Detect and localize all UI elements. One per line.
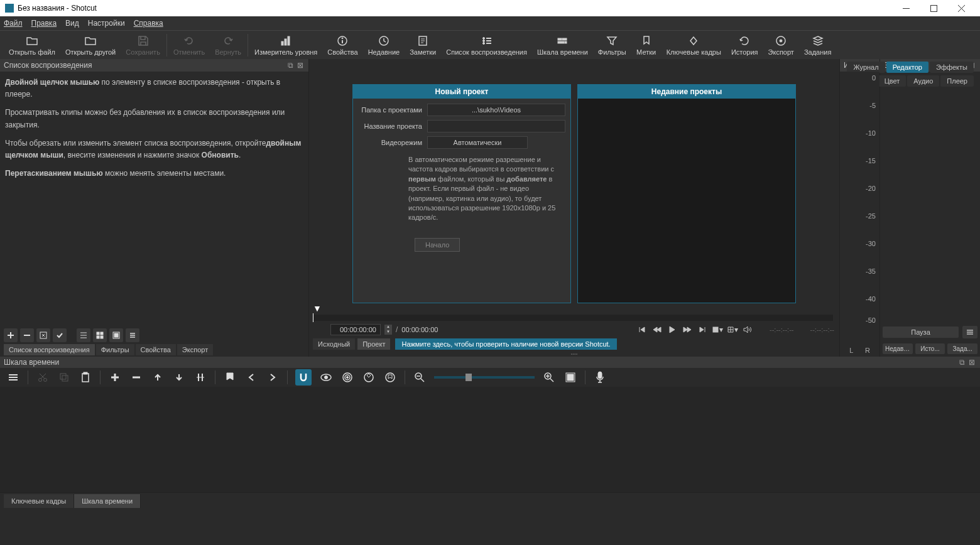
timeline-button[interactable]: Шкала времени — [532, 33, 593, 57]
new-project-box: Новый проект Папка с проектами ...\sukho… — [352, 84, 571, 303]
volume-button[interactable] — [742, 324, 753, 335]
grid-button[interactable]: ▾ — [727, 324, 738, 335]
ripple-button[interactable] — [340, 370, 354, 384]
window-titlebar: Без названия - Shotcut — [0, 0, 980, 16]
update-notification[interactable]: Нажмите здесь, чтобы проверить наличие н… — [395, 338, 616, 350]
drag-handle[interactable]: •••• — [309, 351, 839, 357]
zoom-slider[interactable] — [434, 376, 535, 379]
properties-tab[interactable]: Свойства — [136, 344, 176, 355]
record-audio-button[interactable] — [593, 370, 607, 384]
video-mode-select[interactable]: Автоматически — [427, 136, 528, 149]
undo-button[interactable]: Отменить — [168, 33, 210, 57]
jobs-menu-button[interactable] — [962, 326, 977, 338]
filters-button[interactable]: Фильтры — [593, 33, 631, 57]
maximize-button[interactable] — [920, 0, 947, 16]
close-button[interactable] — [947, 0, 975, 16]
project-tab[interactable]: Проект — [357, 338, 390, 350]
export-tab[interactable]: Экспорт — [177, 344, 213, 355]
zoom-button[interactable]: ▾ — [712, 324, 723, 335]
playlist-button[interactable]: Список воспроизведения — [441, 33, 532, 57]
playlist-help-text: Двойной щелчок мышью по элементу в списк… — [0, 72, 308, 328]
menu-view[interactable]: Вид — [65, 19, 79, 28]
close-panel-icon[interactable]: ⊠ — [967, 358, 976, 367]
tab-audio[interactable]: Аудио — [907, 75, 939, 87]
filters-tab[interactable]: Фильтры — [96, 344, 134, 355]
update-button[interactable] — [36, 328, 50, 342]
snap-button[interactable] — [295, 369, 312, 386]
svg-point-17 — [482, 40, 484, 41]
add-button[interactable] — [4, 328, 18, 342]
jobs-tab-button[interactable]: Зада... — [947, 343, 977, 354]
undock-icon[interactable]: ⧉ — [957, 358, 966, 367]
peak-meter-button[interactable]: Измеритель уровня — [249, 33, 322, 57]
tab-player[interactable]: Плеер — [940, 75, 974, 87]
export-button[interactable]: Экспорт — [763, 33, 799, 57]
start-button[interactable]: Начало — [415, 238, 460, 252]
timeline-menu-button[interactable] — [6, 370, 20, 384]
timecode-up-button[interactable]: ▲ — [384, 325, 392, 330]
close-panel-icon[interactable]: ⊠ — [296, 61, 305, 70]
check-button[interactable] — [53, 328, 67, 342]
playlist-menu-button[interactable] — [126, 328, 139, 342]
cut-button[interactable] — [36, 370, 50, 384]
notes-button[interactable]: Заметки — [405, 33, 441, 57]
current-timecode-input[interactable] — [330, 324, 381, 335]
prev-marker-button[interactable] — [244, 370, 258, 384]
keyframes-button[interactable]: Ключевые кадры — [662, 33, 726, 57]
properties-button[interactable]: Свойства — [322, 33, 362, 57]
playlist-tab[interactable]: Список воспроизведения — [4, 344, 95, 355]
view-details-button[interactable] — [77, 328, 90, 342]
menu-edit[interactable]: Правка — [31, 19, 57, 28]
jobs-button[interactable]: Задания — [799, 33, 836, 57]
menu-file[interactable]: Файл — [4, 19, 23, 28]
project-folder-input[interactable]: ...\sukho\Videos — [427, 104, 565, 116]
project-name-input[interactable] — [427, 120, 565, 132]
copy-button[interactable] — [57, 370, 71, 384]
source-tab[interactable]: Исходный — [313, 338, 355, 350]
minimize-button[interactable] — [892, 0, 920, 16]
marker-button[interactable] — [223, 370, 237, 384]
zoom-out-button[interactable] — [413, 370, 427, 384]
paste-button[interactable] — [79, 370, 92, 384]
view-tiles-button[interactable] — [93, 328, 107, 342]
lift-button[interactable] — [151, 370, 165, 384]
ripple-all-button[interactable] — [362, 370, 376, 384]
skip-prev-button[interactable] — [636, 324, 648, 335]
open-other-button[interactable]: Открыть другой — [60, 33, 121, 57]
scrub-bar[interactable]: ▼ — [309, 303, 839, 322]
ripple-delete-button[interactable] — [129, 370, 143, 384]
zoom-fit-button[interactable] — [564, 370, 577, 384]
timecode-down-button[interactable]: ▼ — [384, 330, 392, 335]
ripple-markers-button[interactable] — [383, 370, 397, 384]
pause-jobs-button[interactable]: Пауза — [883, 326, 959, 338]
timeline-tracks-area[interactable] — [0, 387, 980, 492]
undock-icon[interactable]: ⧉ — [286, 61, 295, 70]
remove-button[interactable] — [20, 328, 34, 342]
rewind-button[interactable] — [651, 324, 663, 335]
history-button[interactable]: История — [726, 33, 763, 57]
tab-color[interactable]: Цвет — [878, 75, 906, 87]
recent-button[interactable]: Недавние — [363, 33, 405, 57]
open-file-button[interactable]: Открыть файл — [4, 33, 60, 57]
menu-help[interactable]: Справка — [134, 19, 163, 28]
skip-next-button[interactable] — [697, 324, 708, 335]
tab-effects[interactable]: Эффекты — [930, 62, 974, 73]
keyframes-footer-tab[interactable]: Ключевые кадры — [4, 494, 74, 508]
split-button[interactable] — [193, 370, 207, 384]
play-button[interactable] — [667, 324, 678, 335]
fastfwd-button[interactable] — [682, 324, 693, 335]
save-button[interactable]: Сохранить — [121, 33, 165, 57]
zoom-in-button[interactable] — [542, 370, 556, 384]
history-tab-button[interactable]: Исто... — [915, 343, 945, 354]
next-marker-button[interactable] — [266, 370, 280, 384]
append-button[interactable] — [108, 370, 122, 384]
tab-editor[interactable]: Редактор — [886, 62, 928, 73]
recent-tab-button[interactable]: Недавн... — [883, 343, 913, 354]
scrub-audio-button[interactable] — [319, 370, 333, 384]
menu-settings[interactable]: Настройки — [88, 19, 125, 28]
view-icons-button[interactable] — [109, 328, 123, 342]
timeline-footer-tab[interactable]: Шкала времени — [74, 494, 141, 508]
markers-button[interactable]: Метки — [631, 33, 662, 57]
redo-button[interactable]: Вернуть — [210, 33, 246, 57]
overwrite-button[interactable] — [172, 370, 186, 384]
